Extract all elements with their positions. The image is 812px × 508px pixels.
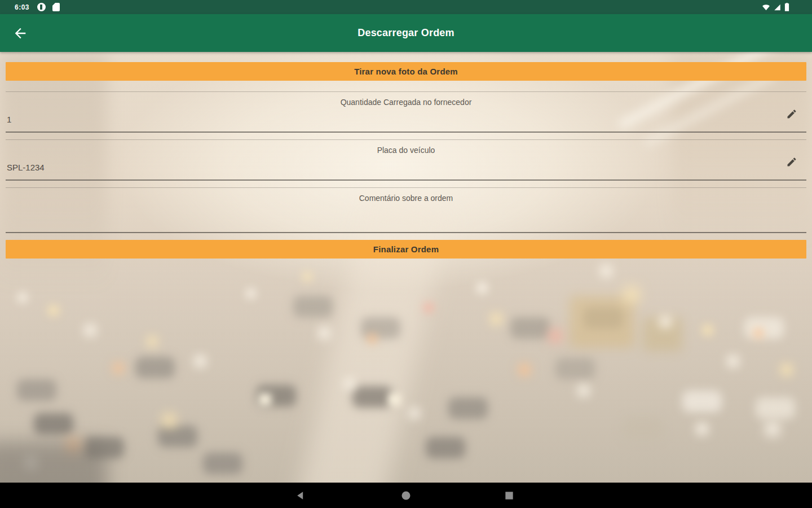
plate-input[interactable]: SPL-1234 (6, 155, 806, 179)
content-area: Tirar nova foto da Ordem Quantidade Carr… (0, 52, 812, 483)
quantity-value: 1 (6, 115, 11, 124)
nav-back-icon[interactable] (295, 490, 306, 501)
page-title: Descarregar Ordem (0, 27, 812, 39)
nav-home-icon[interactable] (400, 490, 412, 501)
status-bar: 6:03 (0, 0, 812, 14)
plate-field: Placa do veículo SPL-1234 (6, 139, 806, 181)
status-system-icons (762, 3, 789, 11)
plate-field-label: Placa do veículo (6, 140, 806, 155)
app-screen: 6:03 Descarregar Ordem (0, 0, 812, 508)
battery-icon (784, 3, 789, 11)
nav-recents-icon[interactable] (504, 490, 515, 501)
notification-icons (37, 3, 60, 11)
pencil-icon[interactable] (786, 156, 797, 168)
comment-field: Comentário sobre a ordem (6, 187, 806, 233)
notification-circle-icon (37, 3, 46, 11)
finish-order-button[interactable]: Finalizar Ordem (6, 240, 806, 259)
quantity-field-label: Quantidade Carregada no fornecedor (6, 92, 806, 107)
pencil-icon[interactable] (786, 108, 797, 120)
quantity-input[interactable]: 1 (6, 107, 806, 132)
comment-input[interactable] (6, 203, 806, 232)
notification-file-icon (52, 3, 60, 11)
wifi-icon (762, 3, 770, 11)
plate-value: SPL-1234 (6, 163, 45, 172)
android-nav-bar (0, 483, 812, 508)
comment-field-label: Comentário sobre a ordem (6, 188, 806, 203)
app-bar: Descarregar Ordem (0, 14, 812, 52)
order-form: Tirar nova foto da Ordem Quantidade Carr… (0, 62, 812, 259)
take-photo-button[interactable]: Tirar nova foto da Ordem (6, 62, 806, 81)
signal-icon (773, 3, 782, 11)
status-time: 6:03 (15, 3, 29, 11)
quantity-field: Quantidade Carregada no fornecedor 1 (6, 91, 806, 133)
